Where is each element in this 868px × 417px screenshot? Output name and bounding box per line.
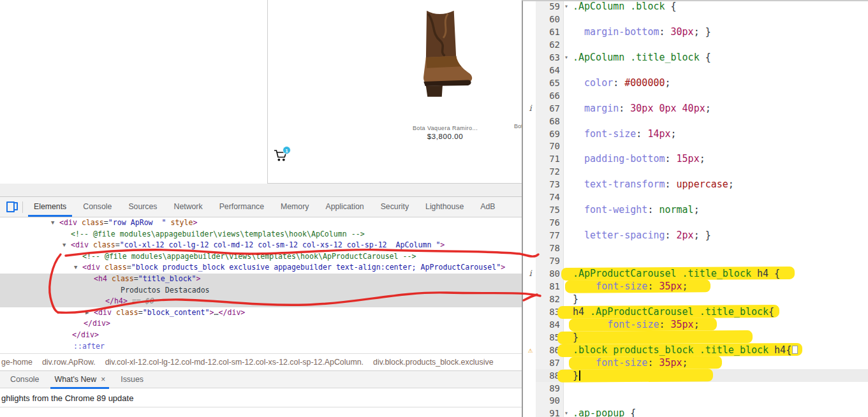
elements-tree-row[interactable]: Productos Destacados xyxy=(0,285,522,296)
line-number[interactable]: 88 xyxy=(536,369,560,382)
code-line[interactable]: margin: 30px 0px 40px; xyxy=(573,102,868,115)
line-number[interactable]: 64 xyxy=(536,64,560,77)
code-line[interactable]: color: #000000; xyxy=(573,77,868,89)
line-number[interactable]: 67 xyxy=(536,102,560,115)
line-number[interactable]: 86 xyxy=(536,344,560,356)
elements-tree-row[interactable]: <h4 class="title_block"> xyxy=(0,274,522,285)
line-number[interactable]: 80 xyxy=(536,267,560,280)
line-number[interactable]: 84 xyxy=(536,318,560,331)
code-line[interactable] xyxy=(573,242,868,254)
line-number[interactable]: 85 xyxy=(536,331,560,344)
code-line[interactable]: margin-bottom: 30px; } xyxy=(573,26,868,38)
code-line[interactable]: font-size: 35px; xyxy=(573,280,868,293)
elements-tree-row[interactable]: </div> xyxy=(0,318,522,330)
code-line[interactable]: padding-bottom: 15px; xyxy=(573,152,868,165)
line-number[interactable]: 91 xyxy=(536,407,560,417)
code-line[interactable]: font-size: 35px; xyxy=(573,318,868,331)
info-icon[interactable]: i xyxy=(526,267,535,280)
expand-arrow-icon[interactable]: ▼ xyxy=(63,240,66,251)
fold-arrow-icon[interactable]: ▾ xyxy=(564,0,568,13)
code-line[interactable]: text-transform: uppercase; xyxy=(573,178,868,191)
expand-arrow-icon[interactable]: ▶ xyxy=(85,307,89,319)
code-line[interactable] xyxy=(573,165,868,178)
product-tile[interactable]: Bota Vaquera Ramiro... $3,800.00 xyxy=(394,5,496,145)
code-line[interactable]: font-weight: normal; xyxy=(573,203,868,216)
line-number[interactable]: 90 xyxy=(536,394,560,407)
code-line[interactable]: } xyxy=(573,331,868,344)
line-number[interactable]: 70 xyxy=(536,140,560,152)
line-number[interactable]: 89 xyxy=(536,382,560,395)
product-name[interactable]: Bota Vaquera Ramiro... xyxy=(394,125,496,131)
warning-icon[interactable]: ⚠ xyxy=(526,344,535,356)
line-number[interactable]: 81 xyxy=(536,280,560,293)
line-number[interactable]: 83 xyxy=(536,305,560,318)
line-number[interactable]: 73 xyxy=(536,178,560,191)
line-number[interactable]: 66 xyxy=(536,89,560,102)
code-line[interactable]: .ap-popup { xyxy=(573,407,868,417)
line-number[interactable]: 75 xyxy=(536,203,560,216)
elements-tree-row[interactable]: ▼<div class="block products_block exclus… xyxy=(0,262,522,274)
cart-button[interactable]: 1 xyxy=(274,149,293,167)
drawer-tab-what-s-new[interactable]: What's New× xyxy=(47,371,113,388)
line-number[interactable]: 79 xyxy=(536,254,560,267)
devtools-tab-network[interactable]: Network xyxy=(166,197,211,217)
fold-arrow-icon[interactable]: ▾ xyxy=(564,407,568,417)
elements-tree-row[interactable]: ▼<div class="row ApRow " style> xyxy=(0,217,522,229)
code-line[interactable] xyxy=(573,191,868,203)
code-line[interactable]: } xyxy=(573,293,868,305)
devtools-tab-console[interactable]: Console xyxy=(75,197,120,217)
line-number[interactable]: 61 xyxy=(536,26,560,38)
elements-tree-row[interactable]: <!-- @file modules\appagebuilder\views\t… xyxy=(0,229,522,240)
drawer-tab-issues[interactable]: Issues xyxy=(113,371,151,388)
elements-tree-row[interactable]: </div> xyxy=(0,330,522,341)
line-number[interactable]: 76 xyxy=(536,216,560,229)
line-number[interactable]: 71 xyxy=(536,152,560,165)
info-icon[interactable]: i xyxy=(526,102,535,115)
devtools-tab-security[interactable]: Security xyxy=(372,197,417,217)
devtools-tab-lighthouse[interactable]: Lighthouse xyxy=(417,197,472,217)
devtools-tab-memory[interactable]: Memory xyxy=(272,197,317,217)
line-number[interactable]: 78 xyxy=(536,242,560,254)
expand-arrow-icon[interactable]: ▼ xyxy=(74,262,77,274)
devtools-tab-application[interactable]: Application xyxy=(317,197,372,217)
code-line[interactable] xyxy=(573,89,868,102)
code-line[interactable]: .ApColumn .block { xyxy=(573,0,868,13)
code-line[interactable]: font-size: 14px; xyxy=(573,128,868,140)
code-line[interactable]: } xyxy=(573,369,868,382)
line-number[interactable]: 77 xyxy=(536,229,560,242)
line-number[interactable]: 82 xyxy=(536,293,560,305)
line-number[interactable]: 59 xyxy=(536,0,560,13)
line-number[interactable]: 60 xyxy=(536,13,560,26)
breadcrumb-item[interactable]: div.block.products_block.exclusive xyxy=(373,358,493,367)
drawer-tab-close-icon[interactable]: × xyxy=(101,375,105,384)
fold-arrow-icon[interactable]: ▾ xyxy=(564,51,568,64)
code-line[interactable] xyxy=(573,382,868,395)
code-line[interactable] xyxy=(573,13,868,26)
code-line[interactable]: .block products_block .title_block h4{ xyxy=(573,344,868,356)
drawer-tab-console[interactable]: Console xyxy=(3,371,47,388)
code-line[interactable] xyxy=(573,115,868,128)
line-number[interactable]: 65 xyxy=(536,77,560,89)
code-line[interactable] xyxy=(573,64,868,77)
code-line[interactable]: letter-spacing: 2px; } xyxy=(573,229,868,242)
elements-tree-row[interactable]: <!-- @file modules\appagebuilder\views\t… xyxy=(0,251,522,263)
code-line[interactable] xyxy=(573,394,868,407)
devtools-tab-sources[interactable]: Sources xyxy=(120,197,165,217)
line-number[interactable]: 72 xyxy=(536,165,560,178)
expand-arrow-icon[interactable]: ▼ xyxy=(51,217,54,229)
code-line[interactable]: h4 .ApProductCarousel .title_block{ xyxy=(573,305,868,318)
line-number[interactable]: 87 xyxy=(536,356,560,369)
devtools-tab-adb[interactable]: AdB xyxy=(472,197,503,217)
line-number[interactable]: 63 xyxy=(536,51,560,64)
next-product-label-clipped[interactable]: Bot xyxy=(514,123,522,129)
line-number[interactable]: 68 xyxy=(536,115,560,128)
code-line[interactable] xyxy=(573,216,868,229)
code-line[interactable]: .ApColumn .title_block { xyxy=(573,51,868,64)
line-number[interactable]: 74 xyxy=(536,191,560,203)
breadcrumb-item[interactable]: ge-home xyxy=(1,358,33,367)
elements-tree-row[interactable]: ::after xyxy=(0,341,522,353)
breadcrumb-item[interactable]: div.col-xl-12.col-lg-12.col-md-12.col-sm… xyxy=(105,358,364,367)
code-line[interactable] xyxy=(573,38,868,51)
elements-tree-row[interactable]: </h4> == $0 xyxy=(0,296,522,307)
product-image-boot[interactable] xyxy=(401,8,477,98)
